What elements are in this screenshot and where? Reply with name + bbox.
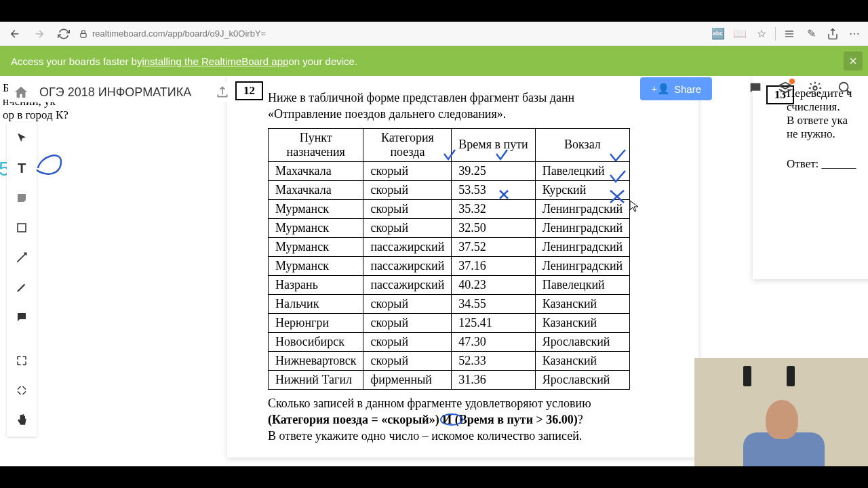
- browser-toolbar: realtimeboard.com/app/board/o9J_k0OirbY=…: [0, 22, 868, 46]
- board-title[interactable]: ОГЭ 2018 ИНФОРМАТИКА: [39, 85, 191, 100]
- share-page-icon[interactable]: [825, 26, 841, 42]
- frame-tool[interactable]: [9, 348, 34, 373]
- banner-pre: Access your boards faster by: [11, 56, 142, 67]
- banner-post: on your device.: [288, 56, 357, 67]
- translate-icon[interactable]: 🔤: [710, 26, 726, 42]
- comment-tool[interactable]: [9, 305, 34, 329]
- table-row: Мурманскскорый32.50Ленинградский: [269, 218, 630, 237]
- left-toolbar: T: [7, 122, 37, 436]
- refresh-button[interactable]: [54, 24, 73, 43]
- select-tool[interactable]: [9, 126, 34, 150]
- fit-tool[interactable]: [9, 378, 34, 403]
- table-row: Назраньпассажирский40.23Павелецкий: [269, 275, 630, 294]
- cursor-icon: [629, 200, 639, 212]
- table-row: Нижневартовскскорый52.33Казанский: [269, 351, 630, 370]
- data-table: ПунктназначенияКатегорияпоездаВремя в пу…: [268, 128, 630, 390]
- back-button[interactable]: [5, 24, 24, 43]
- settings-icon[interactable]: [807, 80, 823, 96]
- table-row: Махачкаласкорый53.53Курский: [269, 180, 630, 199]
- col-header: Время в пути: [452, 128, 535, 161]
- svg-point-7: [840, 83, 848, 92]
- text-tool[interactable]: T: [9, 156, 34, 180]
- home-icon[interactable]: [14, 85, 28, 100]
- table-row: Нальчикскорый34.55Казанский: [269, 294, 630, 313]
- table-row: Нижний Тагилфирменный31.36Ярославский: [269, 370, 630, 389]
- webcam-overlay: [694, 358, 868, 466]
- table-row: Махачкаласкорый39.25Павелецкий: [269, 161, 630, 180]
- favorite-icon[interactable]: ☆: [753, 26, 770, 42]
- share-button[interactable]: +👤 Share: [640, 77, 712, 100]
- table-row: Мурманскпассажирский37.52Ленинградский: [269, 237, 630, 256]
- app-header: ОГЭ 2018 ИНФОРМАТИКА +👤 Share: [0, 76, 868, 108]
- task12-document: 12 Ниже в табличной форме представлен фр…: [227, 76, 698, 458]
- letterbox-bottom: [0, 466, 868, 488]
- notes-icon[interactable]: ✎: [803, 26, 819, 42]
- table-row: Мурманскпассажирский37.16Ленинградский: [269, 256, 630, 275]
- export-icon[interactable]: [216, 85, 229, 99]
- col-header: Категорияпоезда: [363, 128, 452, 161]
- table-row: Новосибирскскорый47.30Ярославский: [269, 332, 630, 351]
- sticky-tool[interactable]: [9, 186, 34, 210]
- svg-rect-11: [18, 224, 26, 232]
- install-banner: Access your boards faster by installing …: [0, 46, 868, 76]
- banner-close-button[interactable]: [844, 52, 863, 70]
- shape-tool[interactable]: [9, 216, 34, 240]
- hub-icon[interactable]: [781, 26, 797, 42]
- forward-button[interactable]: [30, 24, 49, 43]
- svg-line-8: [847, 90, 851, 94]
- share-person-icon: +👤: [651, 83, 670, 95]
- svg-rect-0: [81, 33, 86, 37]
- reading-icon[interactable]: 📖: [732, 26, 748, 42]
- comments-icon[interactable]: [747, 80, 764, 96]
- col-header: Пунктназначения: [269, 128, 363, 161]
- url-text[interactable]: realtimeboard.com/app/board/o9J_k0OirbY=: [92, 28, 266, 39]
- table-row: Мурманскскорый35.32Ленинградский: [269, 199, 630, 218]
- letterbox-top: [0, 0, 868, 22]
- hand-tool[interactable]: [9, 408, 34, 432]
- layers-icon[interactable]: [777, 80, 793, 96]
- lock-icon: [79, 29, 88, 39]
- svg-point-6: [813, 86, 817, 90]
- search-icon[interactable]: [837, 80, 853, 96]
- col-header: Вокзал: [535, 128, 630, 161]
- svg-line-12: [17, 253, 26, 262]
- line-tool[interactable]: [9, 245, 34, 270]
- table-row: Нерюнгрискорый125.41Казанский: [269, 313, 630, 332]
- pen-tool[interactable]: [9, 275, 34, 300]
- banner-link[interactable]: installing the RealtimeBoard app: [142, 56, 288, 67]
- more-icon[interactable]: ⋯: [846, 26, 863, 42]
